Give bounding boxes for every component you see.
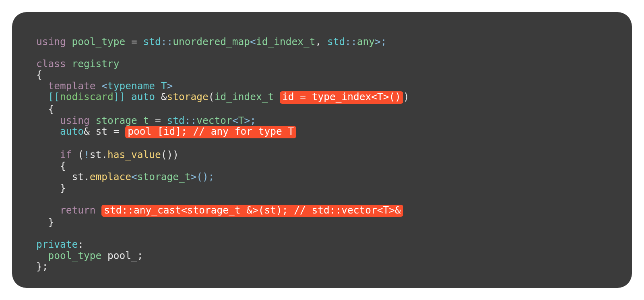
brace-close: } <box>48 216 54 228</box>
id-vector: vector <box>196 115 232 126</box>
highlight-default-arg: id = type_index<T>() <box>280 91 403 104</box>
code-block: using pool_type = std::unordered_map<id_… <box>12 12 632 288</box>
kw-if: if <box>60 149 72 160</box>
id-storage_t: storage_t <box>96 115 149 126</box>
id-pool_: pool_ <box>101 250 137 261</box>
id-id_index_t: id_index_t <box>256 36 316 47</box>
fn-has_value: has_value <box>107 149 161 160</box>
id-storage_t: storage_t <box>137 171 191 183</box>
id-st: st <box>90 149 102 160</box>
id-any: any <box>357 36 375 47</box>
attr-close: ]] <box>114 91 126 103</box>
brace-close: } <box>60 182 66 194</box>
ns-std: std <box>327 36 345 47</box>
id-st: st <box>90 125 107 137</box>
brace-open: { <box>36 69 42 80</box>
code-content: using pool_type = std::unordered_map<id_… <box>36 36 608 272</box>
attr-nodiscard: nodiscard <box>60 91 114 103</box>
fn-emplace: emplace <box>90 171 131 183</box>
type-T: T <box>155 80 167 92</box>
kw-private: private <box>36 238 78 250</box>
brace-open: { <box>48 103 54 115</box>
brace-close: }; <box>36 261 48 272</box>
id-pool_type: pool_type <box>72 36 126 47</box>
kw-typename: typename <box>107 80 155 92</box>
kw-class: class <box>36 58 66 70</box>
id-st: st <box>72 171 84 183</box>
type-T: T <box>238 115 244 126</box>
kw-using: using <box>36 36 66 47</box>
fn-storage: storage <box>167 91 208 103</box>
id-registry: registry <box>72 58 120 70</box>
highlight-any-cast: std::any_cast<storage_t &>(st); // std::… <box>101 205 403 217</box>
attr-open: [[ <box>48 91 60 103</box>
kw-auto: auto <box>60 125 84 137</box>
id-unordered_map: unordered_map <box>173 36 250 47</box>
id-id_index_t: id_index_t <box>215 91 274 103</box>
kw-auto: auto <box>125 91 155 103</box>
ns-std: std <box>167 115 185 126</box>
id-pool_type: pool_type <box>48 250 102 261</box>
ns-std: std <box>143 36 161 47</box>
highlight-pool-lookup: pool_[id]; // any for type T <box>125 126 296 138</box>
kw-template: template <box>48 80 96 92</box>
kw-return: return <box>60 204 96 216</box>
kw-using: using <box>60 115 90 126</box>
brace-open: { <box>60 160 66 172</box>
